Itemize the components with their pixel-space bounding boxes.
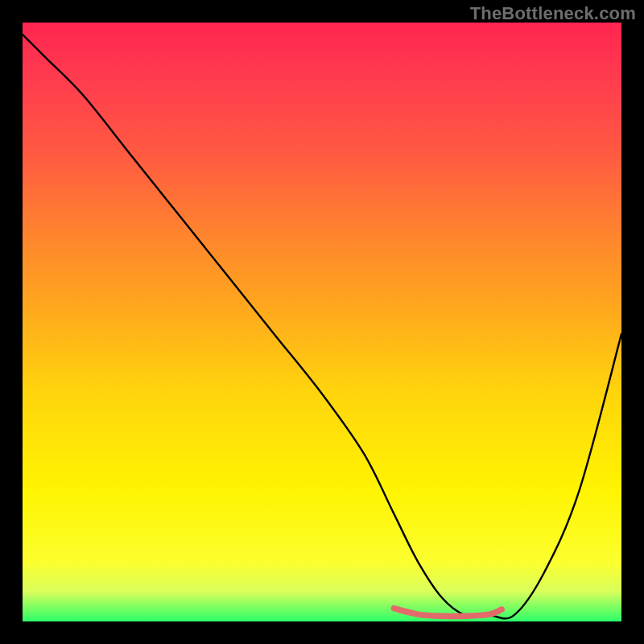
chart-background-gradient xyxy=(23,23,621,621)
watermark-text: TheBottleneck.com xyxy=(470,3,636,24)
chart-frame xyxy=(23,23,621,621)
